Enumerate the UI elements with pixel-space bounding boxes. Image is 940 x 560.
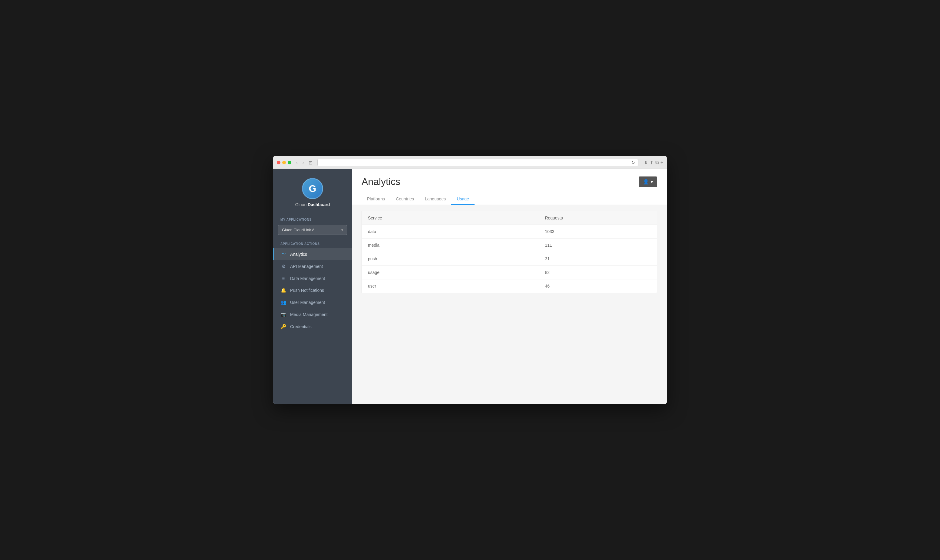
page-title: Analytics	[362, 176, 400, 188]
sidebar-item-label: Credentials	[290, 324, 311, 329]
service-cell: push	[362, 252, 539, 266]
sidebar-item-label: Analytics	[290, 252, 307, 257]
reload-icon[interactable]: ↻	[632, 160, 635, 165]
tabs-icon[interactable]: ⧉	[655, 160, 659, 166]
table-row: usage 82	[362, 266, 657, 279]
page-title-row: Analytics 👤 ▾	[362, 176, 657, 188]
analytics-tabs: Platforms Countries Languages Usage	[362, 194, 657, 205]
table-header-row: Service Requests	[362, 211, 657, 225]
col-service-header: Service	[362, 211, 539, 225]
user-menu-button[interactable]: 👤 ▾	[639, 177, 657, 187]
bell-icon: 🔔	[280, 288, 287, 293]
user-icon: 👤	[643, 179, 649, 185]
app-selector[interactable]: Gluon CloudLink A... ▾	[278, 225, 347, 235]
back-button[interactable]: ‹	[294, 159, 299, 166]
main-content: Analytics 👤 ▾ Platforms Countries Langua…	[352, 169, 667, 404]
content-header: Analytics 👤 ▾ Platforms Countries Langua…	[352, 169, 667, 205]
api-icon: ⚙	[280, 264, 287, 269]
sidebar-item-push-notifications[interactable]: 🔔 Push Notifications	[273, 284, 352, 296]
sidebar-title: Gluon Dashboard	[295, 202, 330, 207]
sidebar-item-label: Data Management	[290, 276, 325, 281]
browser-toolbar: ‹ › ⊡ gluon.io ↻ ⬇ ⬆ ⧉ +	[277, 159, 663, 166]
browser-content: G Gluon Dashboard MY APPLICATIONS Gluon …	[273, 169, 667, 404]
sidebar-item-api-management[interactable]: ⚙ API Management	[273, 260, 352, 272]
application-actions-label: APPLICATION ACTIONS	[273, 240, 352, 248]
service-cell: user	[362, 279, 539, 293]
forward-button[interactable]: ›	[301, 159, 306, 166]
my-applications-label: MY APPLICATIONS	[273, 213, 352, 224]
table-row: push 31	[362, 252, 657, 266]
table-row: user 46	[362, 279, 657, 293]
sidebar-item-data-management[interactable]: ≡ Data Management	[273, 272, 352, 284]
camera-icon: 📷	[280, 312, 287, 317]
data-icon: ≡	[280, 276, 287, 281]
maximize-traffic-light[interactable]	[288, 161, 291, 165]
add-tab-button[interactable]: +	[661, 160, 663, 166]
sidebar-item-label: Media Management	[290, 312, 328, 317]
app-selector-text: Gluon CloudLink A...	[282, 228, 318, 232]
address-bar[interactable]: gluon.io ↻	[317, 159, 638, 166]
tab-countries[interactable]: Countries	[390, 194, 419, 205]
users-icon: 👥	[280, 300, 287, 305]
minimize-traffic-light[interactable]	[282, 161, 286, 165]
col-requests-header: Requests	[539, 211, 657, 225]
sidebar-logo-area: G Gluon Dashboard	[273, 169, 352, 213]
usage-table: Service Requests data 1033 media 111 pus…	[362, 211, 657, 293]
requests-cell: 31	[539, 252, 657, 266]
sidebar-item-media-management[interactable]: 📷 Media Management	[273, 308, 352, 320]
sidebar-item-label: API Management	[290, 264, 323, 269]
browser-chrome: ‹ › ⊡ gluon.io ↻ ⬇ ⬆ ⧉ +	[273, 156, 667, 169]
sidebar-item-analytics[interactable]: 〜 Analytics	[273, 248, 352, 260]
analytics-icon: 〜	[280, 251, 287, 257]
tab-platforms[interactable]: Platforms	[362, 194, 390, 205]
requests-cell: 82	[539, 266, 657, 279]
tab-languages[interactable]: Languages	[419, 194, 451, 205]
sidebar-item-label: User Management	[290, 300, 325, 305]
user-menu-chevron: ▾	[651, 180, 653, 185]
requests-cell: 1033	[539, 225, 657, 238]
sidebar-item-label: Push Notifications	[290, 288, 324, 293]
download-icon[interactable]: ⬇	[644, 160, 648, 166]
browser-actions: ⬇ ⬆ ⧉ +	[644, 160, 663, 166]
requests-cell: 111	[539, 238, 657, 252]
requests-cell: 46	[539, 279, 657, 293]
table-row: data 1033	[362, 225, 657, 238]
table-row: media 111	[362, 238, 657, 252]
sidebar-item-user-management[interactable]: 👥 User Management	[273, 296, 352, 308]
share-icon[interactable]: ⬆	[650, 160, 653, 166]
sidebar: G Gluon Dashboard MY APPLICATIONS Gluon …	[273, 169, 352, 404]
close-traffic-light[interactable]	[277, 161, 280, 165]
usage-table-container: Service Requests data 1033 media 111 pus…	[362, 211, 657, 293]
browser-window: ‹ › ⊡ gluon.io ↻ ⬇ ⬆ ⧉ + G	[273, 156, 667, 404]
sidebar-item-credentials[interactable]: 🔑 Credentials	[273, 320, 352, 333]
key-icon: 🔑	[280, 324, 287, 329]
traffic-lights	[277, 161, 291, 165]
window-toggle-button[interactable]: ⊡	[307, 159, 314, 166]
service-cell: usage	[362, 266, 539, 279]
tab-usage[interactable]: Usage	[451, 194, 474, 205]
chevron-down-icon: ▾	[341, 228, 343, 232]
url-input[interactable]: gluon.io	[321, 160, 629, 165]
service-cell: media	[362, 238, 539, 252]
service-cell: data	[362, 225, 539, 238]
app-logo: G	[302, 178, 323, 199]
browser-nav-buttons: ‹ › ⊡	[294, 159, 314, 166]
